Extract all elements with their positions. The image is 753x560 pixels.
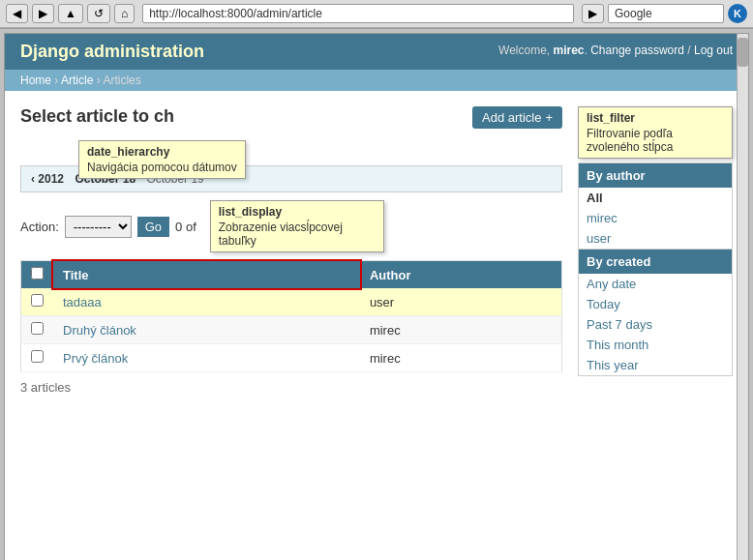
filter-created-today[interactable]: Today <box>579 294 732 314</box>
date-hierarchy-back[interactable]: ‹ 2012 <box>31 172 64 186</box>
kde-icon[interactable]: K <box>728 4 747 23</box>
article-link[interactable]: Prvý článok <box>63 351 128 366</box>
breadcrumb-article[interactable]: Article <box>61 74 93 87</box>
add-icon: + <box>545 110 553 125</box>
list-item: This month <box>579 335 732 355</box>
row-checkbox-cell <box>21 316 54 344</box>
article-link[interactable]: Druhý článok <box>63 323 136 338</box>
article-count: 3 articles <box>20 380 562 395</box>
list-item: Any date <box>579 274 732 294</box>
filter-created-any[interactable]: Any date <box>579 274 732 294</box>
list-item: user <box>579 228 732 249</box>
filter-author-user[interactable]: user <box>579 228 732 249</box>
list-item: mirec <box>579 208 732 228</box>
action-go-button[interactable]: Go <box>137 217 169 237</box>
filter-by-created: By created Any date Today Past 7 days Th… <box>578 250 733 376</box>
table-header-author: Author <box>360 261 562 289</box>
scrollbar-thumb[interactable] <box>738 38 748 67</box>
breadcrumb-sep2: › <box>93 74 103 87</box>
row-checkbox-cell <box>21 344 54 372</box>
filter-created-list: Any date Today Past 7 days This month Th… <box>579 274 732 375</box>
user-info: Welcome, mirec. Change password / Log ou… <box>498 44 733 57</box>
sidebar-filters: list_filter Filtrovanie podľa zvoleného … <box>578 106 733 395</box>
action-bar: Action: --------- Go 0 of list_display Z… <box>20 200 562 252</box>
filter-by-author: By author All mirec user <box>578 162 733 250</box>
filter-author-all[interactable]: All <box>579 188 732 208</box>
row-title-cell: Druhý článok <box>53 316 360 344</box>
filter-author-mirec[interactable]: mirec <box>579 208 732 228</box>
forward-button[interactable]: ▶ <box>32 4 54 23</box>
filter-created-heading: By created <box>579 250 732 274</box>
tooltip-dh-desc: Navigácia pomocou dátumov <box>87 161 237 174</box>
table-header-checkbox <box>21 261 54 289</box>
list-item: All <box>579 188 732 208</box>
row-checkbox[interactable] <box>31 350 44 363</box>
list-item: Today <box>579 294 732 314</box>
filter-created-past7[interactable]: Past 7 days <box>579 314 732 335</box>
filter-created-month[interactable]: This month <box>579 335 732 355</box>
table-header-row: Title Author <box>21 261 562 289</box>
table-row: Prvý článok mirec <box>21 344 562 372</box>
search-placeholder: Google <box>615 7 652 20</box>
url-text: http://localhost:8000/admin/article <box>149 7 322 20</box>
django-app: Django administration Welcome, mirec. Ch… <box>4 33 749 560</box>
table-row: tadaaa user <box>21 288 562 316</box>
go-nav-button[interactable]: ▶ <box>582 4 604 23</box>
app-title: Django administration <box>20 42 204 61</box>
content-area: Select article to ch Add article + date_… <box>5 91 748 410</box>
list-item: Past 7 days <box>579 314 732 335</box>
action-select[interactable]: --------- <box>65 216 132 238</box>
search-bar: Google <box>608 4 724 23</box>
address-bar: http://localhost:8000/admin/article <box>142 4 574 23</box>
breadcrumb-sep1: › <box>51 74 61 87</box>
list-item: This year <box>579 355 732 375</box>
filter-created-year[interactable]: This year <box>579 355 732 375</box>
row-author-cell: user <box>360 288 562 316</box>
article-link[interactable]: tadaaa <box>63 295 102 309</box>
row-author-cell: mirec <box>360 344 562 372</box>
row-checkbox[interactable] <box>31 322 44 335</box>
tooltip-ld-desc: Zobrazenie viacsĺpcovej tabuľky <box>219 221 376 248</box>
tooltip-lf-title: list_filter <box>587 111 724 125</box>
action-count: 0 of <box>175 220 196 234</box>
tooltip-lf-desc: Filtrovanie podľa zvoleného stĺpca <box>587 127 724 154</box>
list-display-tooltip: list_display Zobrazenie viacsĺpcovej tab… <box>210 200 384 252</box>
page-header: Select article to ch Add article + <box>20 106 562 138</box>
select-all-checkbox[interactable] <box>31 267 44 280</box>
breadcrumb-current: Articles <box>103 74 140 87</box>
main-content: Select article to ch Add article + date_… <box>20 106 562 395</box>
browser-chrome: ◀ ▶ ▲ ↺ ⌂ http://localhost:8000/admin/ar… <box>0 0 753 29</box>
filter-author-heading: By author <box>579 163 732 188</box>
list-filter-tooltip: list_filter Filtrovanie podľa zvoleného … <box>578 106 733 159</box>
row-title-cell: Prvý článok <box>53 344 360 372</box>
breadcrumb-home[interactable]: Home <box>20 74 51 87</box>
scrollbar[interactable] <box>737 34 748 560</box>
row-title-cell: tadaaa <box>53 288 360 316</box>
username-link[interactable]: mirec <box>554 44 585 57</box>
home-button[interactable]: ⌂ <box>114 4 135 23</box>
back-button[interactable]: ◀ <box>6 4 28 23</box>
reload-button[interactable]: ↺ <box>87 4 110 23</box>
table-row: Druhý článok mirec <box>21 316 562 344</box>
tooltip-dh-title: date_hierarchy <box>87 145 237 159</box>
table-header-title: Title <box>53 261 360 289</box>
logout-link[interactable]: Log out <box>694 44 733 57</box>
sep1: / <box>684 44 694 57</box>
action-count-text: 0 of <box>175 220 196 234</box>
django-header: Django administration Welcome, mirec. Ch… <box>5 34 748 70</box>
row-checkbox[interactable] <box>31 294 44 307</box>
date-hierarchy-tooltip: date_hierarchy Navigácia pomocou dátumov <box>78 140 246 179</box>
breadcrumb: Home › Article › Articles <box>5 70 748 91</box>
add-article-label: Add article <box>482 110 541 125</box>
action-label: Action: <box>20 220 59 234</box>
filter-author-list: All mirec user <box>579 188 732 249</box>
results-table: Title Author tadaaa <box>20 260 562 372</box>
toolbar: ◀ ▶ ▲ ↺ ⌂ http://localhost:8000/admin/ar… <box>0 0 753 28</box>
row-checkbox-cell <box>21 288 54 316</box>
row-author-cell: mirec <box>360 316 562 344</box>
change-password-link[interactable]: Change password <box>590 44 684 57</box>
welcome-text: Welcome, <box>498 44 553 57</box>
up-button[interactable]: ▲ <box>58 4 83 23</box>
add-article-button[interactable]: Add article + <box>472 106 562 129</box>
page-title: Select article to ch <box>20 106 174 127</box>
